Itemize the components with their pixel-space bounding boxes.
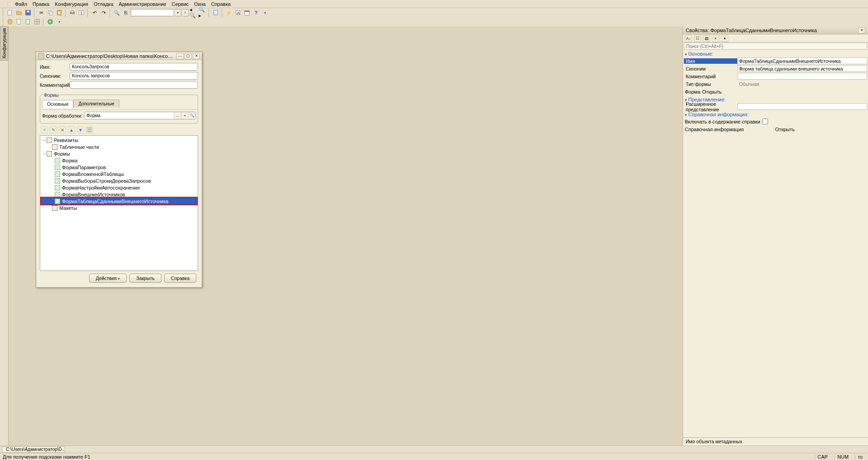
name-field[interactable]: [70, 63, 198, 71]
tree-node-templates[interactable]: Макеты: [41, 204, 197, 211]
prop-name-label: Имя: [684, 58, 737, 64]
menu-admin[interactable]: Администрирование: [116, 0, 169, 8]
find-next-icon[interactable]: 🔍▸: [199, 9, 207, 17]
tree-node-form1[interactable]: Форма: [41, 157, 197, 164]
list-icon[interactable]: [86, 126, 93, 133]
save-icon[interactable]: [24, 9, 32, 17]
svg-rect-11: [214, 10, 218, 15]
tree-node-form4[interactable]: ФормаВыбораСтрокиДереваЗапросов: [41, 177, 197, 184]
forms-legend: Формы: [43, 93, 60, 98]
open-icon[interactable]: [15, 9, 23, 17]
search-clear[interactable]: ×: [182, 9, 189, 16]
filter-icon[interactable]: ▤: [703, 35, 710, 42]
prop-refinfo-label: Справочная информация: [685, 127, 744, 132]
menu-file[interactable]: Файл: [12, 0, 30, 8]
comment-field[interactable]: [70, 81, 198, 89]
props-search-input[interactable]: [684, 43, 867, 50]
workspace: C:\Users\Администратор\Desktop\Новая пап…: [8, 26, 868, 446]
edit-icon[interactable]: ✎: [50, 126, 57, 133]
combo-search-icon[interactable]: 🔍: [188, 112, 195, 119]
tab-extra[interactable]: Дополнительные: [73, 100, 119, 108]
menu-edit[interactable]: Правка: [30, 0, 52, 8]
cut-icon[interactable]: ✂: [37, 9, 45, 17]
prop-refinfo-link[interactable]: Открыть: [775, 127, 795, 132]
dialog-title-bar[interactable]: C:\Users\Администратор\Desktop\Новая пап…: [36, 52, 202, 60]
status-lang[interactable]: ru: [855, 454, 865, 460]
move-down-icon[interactable]: ▼: [77, 126, 84, 133]
comment-label: Комментарий:: [40, 82, 70, 88]
prop-comm-label: Комментарий: [684, 74, 737, 79]
calc-icon[interactable]: [212, 9, 220, 17]
move-up-icon[interactable]: ▲: [68, 126, 75, 133]
svg-rect-17: [17, 19, 21, 24]
run-icon[interactable]: [46, 18, 54, 26]
menu-help[interactable]: Справка: [209, 0, 233, 8]
menu-service[interactable]: Сервис: [169, 0, 191, 8]
doc1-icon[interactable]: [15, 18, 23, 26]
minimize-button[interactable]: —: [176, 53, 184, 59]
goto-icon[interactable]: ⎘: [122, 9, 130, 17]
tree-node-tabular[interactable]: Табличные части: [41, 143, 197, 150]
add-icon[interactable]: ＋: [41, 126, 48, 133]
copy-icon[interactable]: [46, 9, 54, 17]
search-input[interactable]: [131, 9, 174, 16]
proc-form-label: Форма обработки:: [42, 113, 82, 119]
prop-inclhelp-check[interactable]: [762, 119, 768, 124]
side-tab-config[interactable]: Конфигурация: [0, 26, 8, 61]
redo-icon[interactable]: ↷: [100, 9, 108, 17]
combo-clear[interactable]: ×: [181, 112, 188, 119]
section-main[interactable]: Основные:: [684, 51, 867, 57]
sort-alpha-icon[interactable]: A↓: [685, 35, 692, 42]
synonym-field[interactable]: [70, 72, 198, 80]
grid-icon[interactable]: [33, 18, 41, 26]
name-label: Имя:: [40, 64, 70, 70]
menu-debug[interactable]: Отладка: [91, 0, 116, 8]
tree-node-form5[interactable]: ФормаНастройкиАвтосохранения: [41, 184, 197, 191]
tree-node-form3[interactable]: ФормаВложеннойТаблицы: [41, 171, 197, 177]
section-ref[interactable]: Справочная информация:: [684, 111, 867, 118]
task-item[interactable]: C:\Users\Администратор\D...: [2, 446, 65, 453]
prop-comm-field[interactable]: [737, 73, 867, 80]
more2-icon[interactable]: ▾: [55, 18, 63, 26]
db-icon[interactable]: [6, 18, 14, 26]
syntax-helper-icon[interactable]: ⚡: [225, 9, 233, 17]
actions-button[interactable]: Действия: [89, 274, 127, 283]
tree-view[interactable]: −Реквизиты Табличные части −Формы Форма …: [40, 135, 198, 271]
prop-name-field[interactable]: [737, 57, 867, 64]
more-icon[interactable]: ▾: [261, 9, 269, 17]
tree-node-form6[interactable]: ФормаВнешнихИсточников: [41, 191, 197, 198]
prop-extview-field[interactable]: [737, 103, 867, 110]
print-icon[interactable]: [68, 9, 76, 17]
help-icon[interactable]: ?: [252, 9, 260, 17]
close-button-dlg[interactable]: Закрыть: [129, 274, 161, 283]
calendar-icon[interactable]: [243, 9, 251, 17]
undo-icon[interactable]: ↶: [90, 9, 99, 17]
tab-main[interactable]: Основные: [42, 100, 73, 108]
doc2-icon[interactable]: [24, 18, 32, 26]
new-icon[interactable]: [6, 9, 14, 17]
combo-ellipsis[interactable]: …: [174, 112, 181, 119]
dropdown-icon[interactable]: ▾: [721, 35, 728, 42]
tree-node-form2[interactable]: ФормаПараметров: [41, 164, 197, 171]
proc-form-field[interactable]: [85, 112, 174, 119]
tree-node-requisites[interactable]: −Реквизиты: [41, 137, 197, 143]
compare-icon[interactable]: [77, 9, 85, 17]
properties-title-bar: Свойства: ФормаТаблицаСданнымиВнешнегоИс…: [683, 26, 868, 34]
maximize-button[interactable]: ▢: [185, 53, 192, 59]
mark-icon[interactable]: A: [234, 9, 242, 17]
tree-node-forms[interactable]: −Формы: [41, 150, 197, 157]
category-icon[interactable]: ☷: [694, 35, 701, 42]
tree-node-form7[interactable]: ФормаТаблицаСданнымиВнешнегоИсточника: [41, 198, 197, 204]
help-button-dlg[interactable]: Справка: [164, 274, 196, 283]
find-icon[interactable]: 🔍: [113, 9, 121, 17]
clear-icon[interactable]: ×: [712, 35, 719, 42]
search-dropdown[interactable]: ▾: [175, 9, 181, 16]
close-button[interactable]: ✕: [193, 53, 200, 59]
prop-syn-field[interactable]: [737, 65, 867, 72]
find-prev-icon[interactable]: ◂🔍: [190, 9, 198, 17]
delete-icon[interactable]: ✕: [59, 126, 66, 133]
prop-open-link[interactable]: Открыть: [702, 89, 721, 95]
props-close-button[interactable]: ✕: [858, 27, 865, 33]
menu-config[interactable]: Конфигурация: [52, 0, 91, 8]
paste-icon[interactable]: [55, 9, 63, 17]
